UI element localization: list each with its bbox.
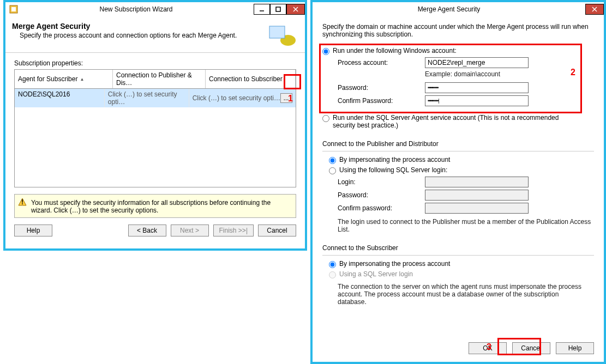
wizard-title: New Subscription Wizard [19, 5, 254, 13]
pub-password-label: Password: [338, 191, 425, 199]
annotation-3: 3 [487, 342, 491, 352]
minimize-button[interactable] [254, 4, 270, 15]
radio-windows-account-label: Run under the following Windows account: [333, 47, 457, 54]
wizard-subheading: Specify the process account and connecti… [20, 32, 266, 39]
radio-pub-sql-login[interactable] [329, 167, 336, 174]
pub-confirm-label: Confirm password: [338, 204, 425, 212]
pub-login-label: Login: [338, 178, 425, 186]
table-row[interactable]: NODE2\SQL2016 Click (…) to set security … [15, 89, 296, 107]
cell-publisher: Click (…) to set security opti… [104, 89, 189, 107]
close-button[interactable] [286, 4, 305, 15]
process-account-input[interactable] [425, 57, 529, 68]
publisher-section-label: Connect to the Publisher and Distributor [322, 140, 594, 148]
sort-asc-icon: ▲ [80, 77, 84, 82]
cancel-button[interactable]: Cancel [512, 342, 550, 354]
wizard-header: Merge Agent Security Specify the process… [5, 16, 305, 53]
app-icon [9, 4, 19, 14]
pub-confirm-input [425, 203, 529, 214]
pub-password-input [425, 190, 529, 201]
wizard-heading: Merge Agent Security [12, 22, 266, 31]
password-input[interactable] [425, 82, 529, 93]
warning-text: You must specify the security informatio… [31, 199, 271, 214]
radio-pub-impersonate-label: By impersonating the process account [339, 156, 450, 163]
svg-rect-1 [11, 7, 16, 11]
security-titlebar[interactable]: Merge Agent Security [313, 2, 604, 16]
process-account-example: Example: domain\account [425, 70, 594, 78]
annotation-1: 1 [288, 94, 293, 104]
col-connection-subscriber[interactable]: Connection to Subscriber [206, 70, 296, 88]
security-intro: Specify the domain or machine account un… [322, 23, 594, 38]
wizard-titlebar[interactable]: New Subscription Wizard [5, 2, 305, 16]
cell-subscriber: Click (…) to set security opti… [193, 94, 280, 102]
subscription-properties-label: Subscription properties: [14, 59, 296, 67]
subscription-properties-table: Agent for Subscriber▲ Connection to Publ… [14, 69, 296, 187]
radio-pub-sql-login-label: Using the following SQL Server login: [339, 166, 447, 174]
radio-sub-impersonate-label: By impersonating the process account [339, 260, 450, 268]
cell-agent: NODE2\SQL2016 [15, 89, 104, 107]
radio-windows-account[interactable] [322, 48, 329, 55]
svg-rect-3 [276, 7, 280, 11]
col-agent[interactable]: Agent for Subscriber▲ [15, 70, 113, 88]
col-connection-publisher[interactable]: Connection to Publisher & Dis… [113, 70, 206, 88]
password-label: Password: [338, 84, 425, 92]
subscriber-section-label: Connect to the Subscriber [322, 244, 594, 252]
security-title: Merge Agent Security [313, 5, 585, 13]
publisher-note: The login used to connect to the Publish… [338, 218, 594, 233]
finish-button: Finish >>| [213, 225, 254, 236]
radio-pub-impersonate[interactable] [329, 157, 336, 164]
cancel-button[interactable]: Cancel [258, 225, 296, 236]
next-button: Next > [171, 225, 209, 236]
svg-text:!: ! [21, 198, 23, 206]
annotation-2: 2 [571, 68, 575, 77]
process-account-label: Process account: [338, 59, 425, 66]
confirm-password-input[interactable] [425, 95, 529, 106]
radio-sub-sql-login-label: Using a SQL Server login [339, 270, 413, 278]
back-button[interactable]: < Back [128, 225, 166, 236]
pub-login-input [425, 177, 529, 187]
radio-sql-agent-account[interactable] [322, 115, 329, 122]
merge-agent-security-window: Merge Agent Security Specify the domain … [310, 0, 606, 364]
svg-rect-7 [269, 26, 285, 38]
confirm-password-label: Confirm Password: [338, 97, 425, 105]
maximize-button[interactable] [270, 4, 286, 15]
radio-sub-sql-login [329, 271, 336, 278]
help-button[interactable]: Help [14, 225, 52, 236]
close-button[interactable] [585, 4, 604, 15]
help-button[interactable]: Help [556, 342, 594, 354]
new-subscription-wizard-window: New Subscription Wizard Merge Agent Secu… [3, 0, 307, 251]
warning-icon: ! [18, 198, 27, 207]
radio-sub-impersonate[interactable] [329, 261, 336, 268]
radio-sql-agent-account-label: Run under the SQL Server Agent service a… [333, 114, 578, 129]
wizard-header-image [266, 22, 298, 49]
subscriber-note: The connection to the server on which th… [338, 283, 589, 306]
warning-box: ! You must specify the security informat… [14, 194, 296, 218]
